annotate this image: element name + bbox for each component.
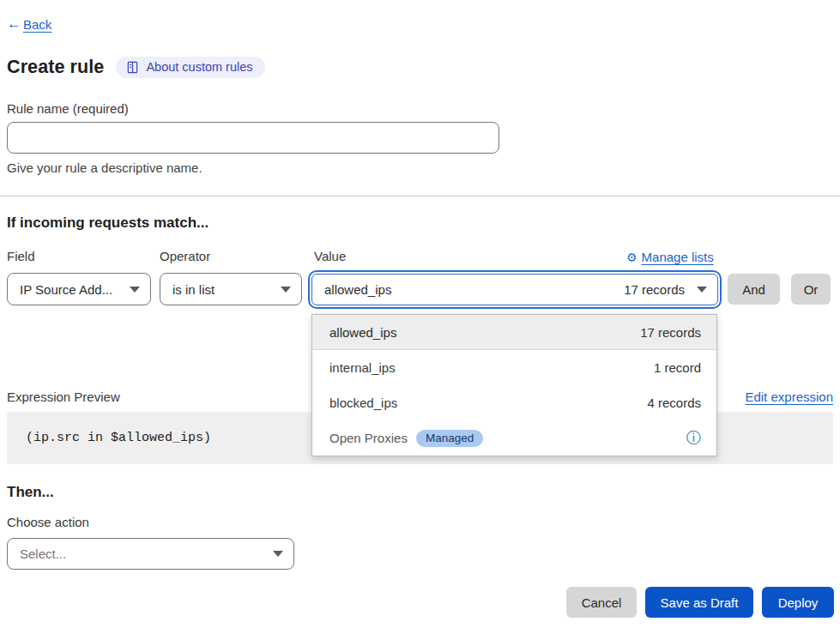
action-select-placeholder: Select... — [20, 546, 66, 561]
operator-select[interactable]: is in list — [160, 273, 302, 305]
manage-lists-link[interactable]: ⚙ Manage lists — [626, 250, 714, 264]
list-item-blocked-ips[interactable]: blocked_ips 4 records — [312, 385, 716, 420]
deploy-button[interactable]: Deploy — [762, 587, 834, 618]
rule-name-input[interactable] — [7, 122, 499, 154]
and-button[interactable]: And — [728, 274, 780, 305]
about-custom-rules-link[interactable]: About custom rules — [116, 57, 264, 78]
info-icon[interactable]: ⓘ — [686, 431, 701, 445]
chevron-down-icon — [697, 287, 707, 293]
title-row: Create rule About custom rules — [7, 57, 265, 78]
manage-lists-label: Manage lists — [642, 250, 714, 264]
list-item-name: allowed_ips — [329, 325, 396, 340]
list-item-internal-ips[interactable]: internal_ips 1 record — [312, 350, 716, 385]
operator-label: Operator — [160, 249, 210, 263]
list-item-meta: 4 records — [647, 395, 701, 410]
gear-icon: ⚙ — [626, 251, 638, 264]
managed-badge: Managed — [416, 430, 483, 447]
back-arrow-icon: ← — [7, 15, 21, 33]
or-button[interactable]: Or — [791, 274, 831, 305]
list-item-name: Open Proxies — [329, 431, 408, 445]
operator-select-value: is in list — [172, 282, 215, 297]
list-item-meta: 1 record — [654, 360, 701, 375]
list-item-name: internal_ips — [329, 360, 396, 375]
action-select[interactable]: Select... — [7, 538, 294, 570]
rule-name-label: Rule name (required) — [7, 101, 129, 116]
expression-preview-label: Expression Preview — [7, 389, 120, 404]
expression-code: (ip.src in $allowed_ips) — [26, 431, 211, 445]
list-dropdown-menu: allowed_ips 17 records internal_ips 1 re… — [311, 314, 717, 456]
save-as-draft-button[interactable]: Save as Draft — [645, 587, 753, 618]
choose-action-label: Choose action — [7, 515, 89, 529]
then-section-heading: Then... — [7, 484, 54, 501]
rule-name-help-text: Give your rule a descriptive name. — [7, 160, 202, 175]
page-title: Create rule — [7, 57, 104, 78]
field-select[interactable]: IP Source Add... — [7, 273, 151, 305]
cancel-button[interactable]: Cancel — [566, 587, 637, 618]
value-selected-name: allowed_ips — [324, 282, 391, 297]
edit-expression-link[interactable]: Edit expression — [745, 389, 833, 404]
chevron-down-icon — [130, 287, 140, 293]
chevron-down-icon — [273, 551, 283, 557]
match-section-heading: If incoming requests match... — [7, 214, 208, 232]
list-item-meta: 17 records — [640, 325, 701, 340]
list-item-name: blocked_ips — [329, 395, 397, 410]
value-label: Value — [314, 249, 346, 263]
field-select-value: IP Source Add... — [20, 282, 112, 297]
about-pill-label: About custom rules — [146, 60, 252, 74]
book-icon — [126, 61, 139, 74]
chevron-down-icon — [281, 287, 291, 293]
section-divider — [0, 196, 840, 196]
list-item-allowed-ips[interactable]: allowed_ips 17 records — [312, 315, 716, 350]
value-combobox[interactable]: allowed_ips 17 records — [311, 274, 718, 305]
back-link[interactable]: ←Back — [7, 15, 51, 33]
value-selected-meta: 17 records — [624, 282, 685, 297]
field-label: Field — [7, 249, 35, 263]
back-link-label: Back — [23, 17, 51, 32]
list-item-open-proxies[interactable]: Open Proxies Managed ⓘ — [312, 420, 716, 456]
